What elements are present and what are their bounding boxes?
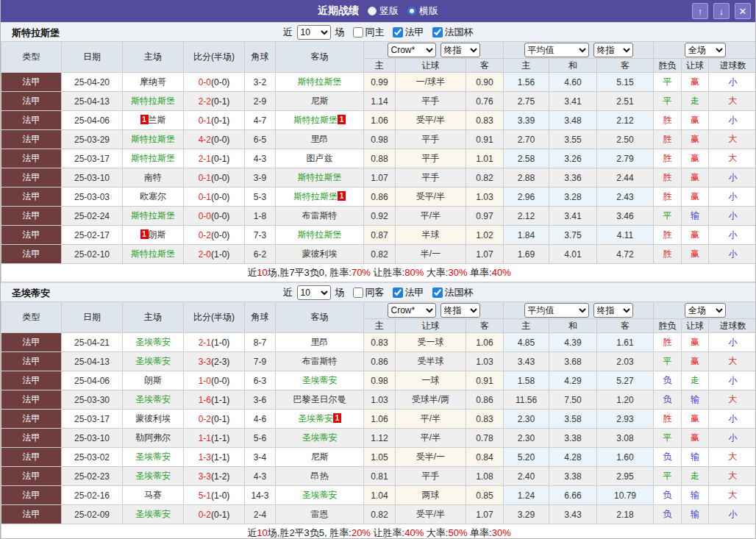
score-cell: 0-0(0-0)	[184, 73, 245, 92]
ligue1-label: 法甲	[405, 286, 424, 299]
league-cell: 法甲	[1, 429, 62, 448]
handicap-result-cell: 赢	[682, 410, 709, 429]
away-team-cell: 圣埃蒂安	[276, 371, 364, 390]
ligue1-checkbox[interactable]	[393, 288, 403, 298]
league-cell: 法甲	[1, 207, 62, 226]
company-select[interactable]: Crow*	[388, 303, 436, 318]
company-odds-group: Crow*终指	[364, 302, 504, 319]
avg-home-cell: 1.56	[504, 73, 549, 92]
result-group: 全场	[654, 302, 756, 319]
vertical-layout-label[interactable]: 竖版	[379, 4, 399, 18]
avg-home-cell: 2.88	[504, 168, 549, 188]
corner-cell: 4-3	[245, 467, 276, 486]
close-button[interactable]: ✕	[735, 3, 751, 19]
league-cell: 法甲	[1, 188, 62, 207]
score-cell: 1-0(0-0)	[184, 371, 245, 390]
result-cell: 胜	[654, 333, 682, 352]
match-count-select[interactable]: 10	[297, 285, 331, 300]
french-cup-checkbox[interactable]	[432, 288, 443, 298]
avg-home-cell: 2.75	[504, 92, 549, 111]
avg-draw-cell: 3.55	[549, 130, 597, 149]
goals-result-cell: 小	[709, 73, 756, 92]
league-cell: 法甲	[1, 410, 62, 429]
avg-away-header: 客	[597, 59, 654, 73]
final-odds-select[interactable]: 终指	[441, 303, 480, 318]
result-cell: 平	[654, 92, 682, 111]
handicap-result-cell: 走	[682, 467, 709, 486]
table-row: 法甲25-04-061兰斯0-1(0-1)4-7斯特拉斯堡11.06受平/半0.…	[1, 111, 756, 130]
avg-away-cell: 2.18	[597, 505, 654, 524]
odds-home-cell: 0.98	[364, 130, 396, 149]
goals-result-cell: 小	[709, 207, 756, 226]
table-row: 法甲25-02-23圣埃蒂安3-3(1-2)4-3昂热0.81平手1.082.4…	[1, 467, 756, 486]
away-team-cell: 图卢兹	[276, 149, 364, 168]
summary-text: 单率:	[467, 527, 491, 538]
league-cell: 法甲	[1, 486, 62, 505]
league-cell: 法甲	[1, 390, 62, 410]
date-cell: 25-02-23	[62, 467, 123, 486]
handicap-cell: 半球	[396, 226, 466, 245]
summary-text: 场,胜2平3负5, 胜率:	[268, 527, 352, 538]
goals-result-cell: 大	[709, 92, 756, 111]
corner-cell: 3-2	[245, 73, 276, 92]
odds-away-cell: 0.78	[466, 429, 504, 448]
away-team-cell: 斯特拉斯堡1	[276, 111, 364, 130]
corner-cell: 4-6	[245, 410, 276, 429]
handicap-result-cell: 输	[682, 390, 709, 410]
team-name: 布雷斯特	[302, 356, 338, 366]
avg-home-cell: 3.43	[504, 352, 549, 371]
table-row: 法甲25-03-10南特0-1(0-0)3-9斯特拉斯堡1.07平手0.822.…	[1, 168, 756, 188]
final-odds-select-2[interactable]: 终指	[593, 43, 633, 57]
average-select[interactable]: 平均值	[524, 303, 589, 318]
company-select[interactable]: Crow*	[388, 43, 436, 57]
score-cell: 1-6(1-1)	[184, 390, 245, 410]
type-header: 类型	[1, 42, 62, 73]
french-cup-checkbox[interactable]	[432, 27, 443, 38]
same-venue-checkbox[interactable]	[353, 288, 363, 298]
move-up-button[interactable]: ↑	[692, 3, 708, 19]
full-match-select[interactable]: 全场	[685, 303, 726, 318]
match-count-select[interactable]: 10	[297, 25, 331, 40]
average-odds-group: 平均值终指	[504, 302, 654, 319]
team-name: 圣埃蒂安	[135, 471, 171, 481]
full-match-select[interactable]: 全场	[685, 43, 726, 57]
odds-away-cell: 0.91	[466, 371, 504, 390]
same-venue-checkbox[interactable]	[353, 27, 363, 38]
summary-value: 40%	[404, 527, 424, 538]
horizontal-layout-label[interactable]: 横版	[419, 4, 438, 18]
move-down-button[interactable]: ↓	[713, 3, 730, 19]
handicap-result-cell: 输	[682, 207, 709, 226]
team-name: 圣埃蒂安	[135, 509, 171, 519]
odds-away-cell: 0.83	[466, 410, 504, 429]
average-select[interactable]: 平均值	[524, 43, 589, 57]
result-header: 胜负	[654, 319, 682, 333]
home-team-cell: 朗斯	[123, 371, 184, 390]
team-name: 雷恩	[311, 509, 329, 519]
matches-label: 场	[335, 286, 345, 299]
corner-cell: 5-6	[245, 429, 276, 448]
french-cup-label: 法国杯	[445, 26, 474, 39]
up-arrow-icon: ↑	[698, 6, 703, 17]
handicap-cell: 平手	[396, 130, 466, 149]
team-name: 图卢兹	[307, 153, 333, 163]
goals-result-cell: 大	[709, 486, 756, 505]
team-name: 尼斯	[311, 451, 329, 462]
handicap-result-cell: 输	[682, 448, 709, 467]
vertical-layout-radio[interactable]	[368, 7, 377, 15]
red-card-badge: 1	[333, 413, 341, 423]
final-odds-select[interactable]: 终指	[441, 43, 480, 57]
avg-home-cell: 3.39	[504, 111, 549, 130]
final-odds-select-2[interactable]: 终指	[593, 303, 633, 318]
avg-draw-cell: 4.01	[549, 245, 597, 264]
away-team-cell: 尼斯	[276, 92, 364, 111]
avg-away-cell: 1.20	[597, 390, 654, 410]
home-team-cell: 欧塞尔	[123, 188, 184, 207]
odds-home-cell: 0.83	[364, 333, 396, 352]
ligue1-checkbox[interactable]	[393, 27, 403, 38]
avg-away-cell: 2.44	[597, 168, 654, 188]
team-name: 斯特拉斯堡	[131, 210, 175, 221]
handicap-result-header: 让球	[682, 319, 709, 333]
horizontal-layout-radio[interactable]	[407, 7, 416, 15]
team-name: 勒阿弗尔	[135, 432, 171, 443]
odds-away-cell: 1.01	[466, 149, 504, 168]
